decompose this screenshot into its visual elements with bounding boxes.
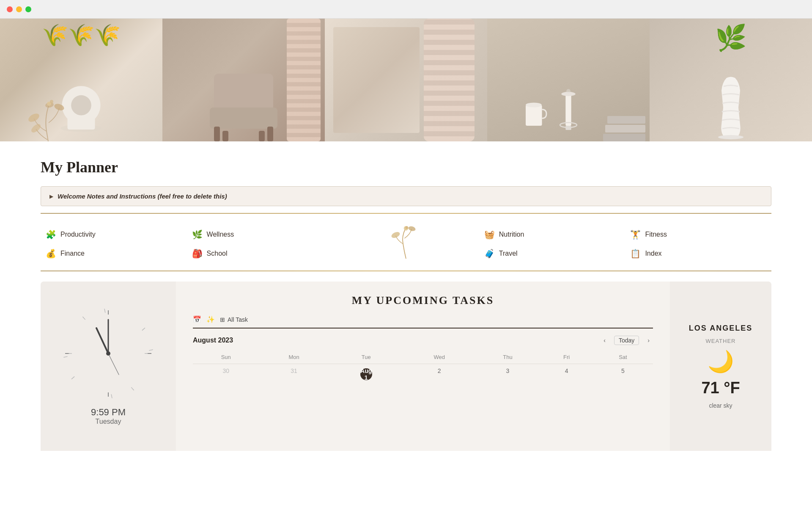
- hero-panel-2: [162, 19, 325, 141]
- calendar-toolbar: 📅 ✨ ⊞ All Task: [193, 315, 653, 329]
- clock-svg: [62, 307, 155, 400]
- hero-panel-5: 🌿: [650, 19, 812, 141]
- cal-cell-4[interactable]: 4: [540, 364, 593, 389]
- index-icon: 📋: [630, 248, 641, 259]
- calendar-nav: ‹ Today ›: [600, 335, 653, 345]
- prev-month-button[interactable]: ‹: [600, 335, 609, 345]
- next-month-button[interactable]: ›: [644, 335, 653, 345]
- nav-item-fitness[interactable]: 🏋️ Fitness: [625, 225, 771, 244]
- browser-chrome: [0, 0, 812, 19]
- fitness-icon: 🏋️: [630, 229, 641, 240]
- traffic-lights: [7, 6, 31, 12]
- nav-floral-decoration: [333, 225, 479, 263]
- svg-line-38: [82, 317, 86, 320]
- nav-item-nutrition[interactable]: 🧺 Nutrition: [479, 225, 625, 244]
- nav-label-school: School: [207, 250, 228, 257]
- svg-line-42: [108, 353, 119, 375]
- col-wed: Wed: [403, 351, 475, 364]
- cal-cell-aug1[interactable]: Aug 1: [329, 364, 403, 389]
- weather-label: WEATHER: [705, 338, 735, 344]
- svg-line-40: [96, 328, 108, 353]
- weather-temp: 71 °F: [701, 379, 740, 397]
- col-sun: Sun: [193, 351, 259, 364]
- svg-rect-9: [259, 131, 265, 141]
- traffic-light-green[interactable]: [25, 6, 31, 12]
- nav-item-wellness[interactable]: 🌿 Wellness: [187, 225, 333, 244]
- svg-rect-5: [210, 108, 277, 129]
- welcome-note[interactable]: ▶ Welcome Notes and Instructions (feel f…: [41, 186, 771, 206]
- svg-point-20: [30, 122, 42, 134]
- nutrition-icon: 🧺: [484, 229, 495, 240]
- cal-cell-3[interactable]: 3: [475, 364, 540, 389]
- traffic-light-red[interactable]: [7, 6, 13, 12]
- col-thu: Thu: [475, 351, 540, 364]
- cal-cell-5[interactable]: 5: [593, 364, 653, 389]
- table-row: 30 31 Aug 1 2 3 4 5: [193, 364, 653, 389]
- svg-line-37: [63, 356, 67, 359]
- weather-widget: LOS ANGELES WEATHER 🌙 71 °F clear sky: [670, 282, 771, 451]
- nav-label-index: Index: [645, 250, 661, 257]
- col-fri: Fri: [540, 351, 593, 364]
- svg-point-27: [405, 226, 408, 229]
- svg-point-15: [566, 89, 571, 94]
- svg-line-39: [103, 309, 106, 312]
- nav-label-productivity: Productivity: [60, 231, 96, 238]
- svg-rect-10: [526, 105, 542, 126]
- productivity-icon: 🧩: [46, 229, 56, 240]
- floral-decoration: [25, 93, 76, 141]
- col-sat: Sat: [593, 351, 653, 364]
- svg-line-33: [149, 348, 153, 351]
- nav-label-nutrition: Nutrition: [499, 231, 524, 238]
- welcome-arrow-icon: ▶: [49, 193, 53, 199]
- traffic-light-yellow[interactable]: [16, 6, 22, 12]
- hero-panel-3: [325, 19, 487, 141]
- nav-item-index[interactable]: 📋 Index: [625, 244, 771, 263]
- col-mon: Mon: [259, 351, 329, 364]
- nav-item-school[interactable]: 🎒 School: [187, 244, 333, 263]
- nav-label-travel: Travel: [499, 250, 518, 257]
- cal-cell-2[interactable]: 2: [403, 364, 475, 389]
- hero-panel-1: 🌾🌾🌾: [0, 19, 162, 141]
- svg-point-43: [106, 351, 110, 356]
- weather-moon-icon: 🌙: [708, 349, 734, 374]
- calendar-title: MY UPCOMING TASKS: [193, 294, 653, 307]
- main-content: My Planner ▶ Welcome Notes and Instructi…: [0, 141, 812, 451]
- nav-label-fitness: Fitness: [645, 231, 667, 238]
- all-task-label: All Task: [228, 316, 248, 323]
- clock-widget: 9:59 PM Tuesday: [41, 282, 176, 451]
- cal-cell-30[interactable]: 30: [193, 364, 259, 389]
- svg-point-25: [408, 226, 416, 232]
- svg-rect-6: [214, 127, 220, 141]
- page-title: My Planner: [41, 158, 771, 176]
- bottom-divider: [41, 271, 771, 271]
- weather-description: clear sky: [709, 402, 732, 409]
- hero-banner: 🌾🌾🌾: [0, 19, 812, 141]
- today-button[interactable]: Today: [614, 336, 639, 345]
- top-divider: [41, 213, 771, 214]
- sparkle-icon[interactable]: ✨: [206, 315, 215, 323]
- calendar-widget: MY UPCOMING TASKS 📅 ✨ ⊞ All Task August …: [176, 282, 670, 451]
- nav-label-finance: Finance: [60, 250, 85, 257]
- col-tue: Tue: [329, 351, 403, 364]
- wellness-icon: 🌿: [192, 229, 203, 240]
- grid-icon: ⊞: [220, 316, 225, 323]
- nav-menu: 🧩 Productivity 🌿 Wellness 🧺 Nutritio: [41, 221, 771, 267]
- svg-rect-4: [214, 74, 273, 112]
- svg-point-17: [718, 135, 743, 139]
- svg-point-19: [53, 102, 65, 111]
- svg-point-11: [526, 102, 542, 107]
- calendar-month: August 2023: [193, 337, 233, 344]
- travel-icon: 🧳: [484, 248, 495, 259]
- cal-cell-31[interactable]: 31: [259, 364, 329, 389]
- nav-item-finance[interactable]: 💰 Finance: [41, 244, 187, 263]
- svg-line-36: [71, 376, 74, 380]
- svg-rect-7: [267, 127, 273, 141]
- svg-line-34: [131, 387, 134, 390]
- calendar-icon[interactable]: 📅: [193, 315, 201, 323]
- hero-panel-4: [487, 19, 650, 141]
- nav-item-travel[interactable]: 🧳 Travel: [479, 244, 625, 263]
- all-task-button[interactable]: ⊞ All Task: [220, 316, 248, 323]
- svg-point-23: [50, 100, 53, 103]
- clock-time: 9:59 PM: [91, 407, 126, 418]
- nav-item-productivity[interactable]: 🧩 Productivity: [41, 225, 187, 244]
